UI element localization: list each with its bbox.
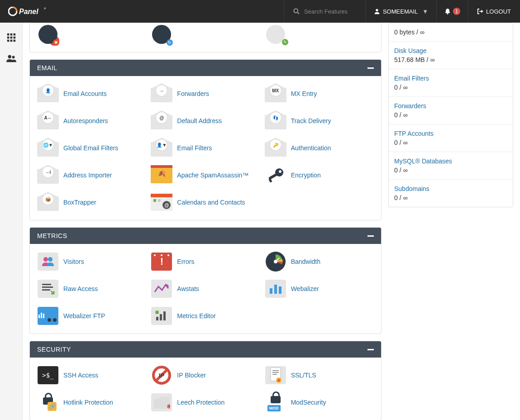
stat-row: FTP Accounts 0 / ∞ (389, 124, 513, 152)
security-item-icon: IP (151, 366, 172, 384)
prev-item[interactable]: ✎ (265, 23, 374, 46)
stat-label[interactable]: MySQL® Databases (394, 158, 507, 165)
svg-rect-12 (13, 37, 15, 39)
envelope-icon: A↔ (37, 115, 59, 129)
metrics-item-label: Metrics Editor (177, 312, 216, 320)
security-item[interactable]: 🔗 Hotlink Protection (37, 391, 146, 414)
panel-email-header[interactable]: EMAIL (30, 60, 381, 76)
email-item[interactable]: 👤 Email Accounts (37, 82, 146, 105)
security-item[interactable]: IP IP Blocker (151, 364, 260, 387)
metrics-item[interactable]: Bandwidth (265, 250, 374, 273)
svg-rect-14 (10, 40, 12, 42)
panel-email-body: 👤 Email Accounts → Forwarders MX MX Entr… (30, 76, 381, 220)
security-item-icon (265, 366, 286, 384)
email-item[interactable]: A↔ Autoresponders (37, 110, 146, 132)
svg-point-42 (155, 310, 159, 314)
topbar: Panel ® SOMEEMAIL ▼ 1 LOGOUT (0, 0, 520, 23)
metrics-item-icon (37, 307, 59, 325)
security-item[interactable]: SSL/TLS (265, 364, 374, 387)
svg-point-37 (48, 318, 51, 322)
metrics-item[interactable]: Webalizer FTP (37, 305, 146, 327)
envelope-icon: 📦 (37, 196, 59, 211)
svg-point-38 (53, 318, 57, 322)
panel-metrics-header[interactable]: METRICS (30, 228, 381, 244)
search-icon (293, 8, 300, 14)
email-item[interactable]: →i Address Importer (37, 164, 146, 186)
email-item-icon: MX (265, 85, 286, 103)
user-menu[interactable]: SOMEEMAIL ▼ (365, 0, 436, 23)
envelope-icon: 👣 (265, 115, 286, 129)
rail-users-button[interactable] (0, 48, 23, 69)
svg-rect-15 (13, 40, 15, 42)
metrics-item-icon (265, 280, 286, 298)
security-item-label: SSH Access (63, 372, 98, 379)
email-item[interactable]: 👣 Track Delivery (265, 110, 374, 132)
metrics-item[interactable]: Webalizer (265, 277, 374, 300)
logout-button[interactable]: LOGOUT (468, 0, 520, 23)
metrics-item-icon (151, 280, 172, 298)
metrics-item[interactable]: ! Errors (151, 250, 260, 273)
email-item[interactable]: 🌐▼ Global Email Filters (37, 137, 146, 159)
left-rail (0, 23, 23, 420)
svg-rect-34 (38, 315, 40, 318)
svg-rect-28 (42, 286, 53, 288)
svg-rect-32 (279, 286, 281, 294)
svg-rect-40 (160, 314, 162, 320)
rail-apps-button[interactable] (0, 27, 23, 48)
stat-label[interactable]: Subdomains (394, 185, 507, 192)
stat-value: 0 bytes / ∞ (394, 29, 507, 36)
email-item[interactable]: @ Default Address (151, 110, 260, 132)
email-item[interactable]: 🍂 Apache SpamAssassin™ (151, 164, 260, 186)
metrics-item-label: Webalizer (291, 285, 319, 292)
notifications-button[interactable]: 1 (436, 0, 468, 23)
email-item[interactable]: 🔑 Authentication (265, 137, 374, 159)
security-item[interactable]: MOD ModSecurity (265, 391, 374, 414)
svg-line-4 (298, 13, 300, 14)
email-item[interactable]: 📦 BoxTrapper (37, 191, 146, 214)
main-left-column: ✖ ↻ ✎ EMAIL (29, 23, 382, 420)
email-item[interactable]: MX MX Entry (265, 82, 374, 105)
panel-security-header[interactable]: SECURITY (30, 341, 381, 358)
metrics-item[interactable]: Metrics Editor (151, 305, 260, 327)
svg-rect-39 (156, 317, 158, 320)
envelope-icon: 👤▼ (151, 142, 172, 157)
svg-rect-21 (268, 178, 272, 182)
svg-text:IP: IP (159, 372, 165, 379)
email-item-icon: 🌐▼ (37, 139, 59, 157)
stat-label[interactable]: FTP Accounts (394, 130, 507, 137)
svg-point-23 (48, 257, 52, 262)
metrics-item[interactable]: Raw Access (37, 277, 146, 300)
search-input[interactable] (304, 8, 358, 15)
caret-down-icon: ▼ (422, 8, 428, 15)
prev-item-icon: ✎ (265, 25, 286, 43)
email-item[interactable]: → Forwarders (151, 82, 260, 105)
cpanel-logo[interactable]: Panel ® (0, 0, 54, 23)
stat-value: 0 / ∞ (394, 111, 507, 119)
stat-value: 0 / ∞ (394, 84, 507, 91)
security-item-label: SSL/TLS (291, 372, 316, 379)
email-item[interactable]: Encryption (265, 164, 374, 186)
stat-label[interactable]: Forwarders (394, 102, 507, 110)
collapse-icon (367, 349, 374, 350)
metrics-item[interactable]: Visitors (37, 250, 146, 273)
envelope-icon: MX (265, 88, 286, 102)
metrics-item-label: Errors (177, 258, 194, 265)
metrics-item-icon: ! (151, 253, 172, 271)
prev-item[interactable]: ✖ (37, 23, 146, 46)
svg-point-22 (43, 257, 48, 262)
stat-label[interactable]: Disk Usage (394, 47, 507, 54)
metrics-item-label: Webalizer FTP (63, 312, 105, 320)
panel-metrics-body: Visitors ! Errors Bandwidth Raw Access A… (30, 244, 381, 334)
email-item[interactable]: 👤▼ Email Filters (151, 137, 260, 159)
metrics-item[interactable]: Awstats (151, 277, 260, 300)
stat-label[interactable]: Email Filters (394, 75, 507, 82)
metrics-item-label: Visitors (63, 258, 84, 265)
user-label: SOMEEMAIL (383, 8, 418, 15)
panel-previous-body: ✖ ↻ ✎ (30, 23, 381, 52)
email-item[interactable]: @ Calendars and Contacts (151, 191, 260, 214)
prev-item[interactable]: ↻ (151, 23, 260, 46)
security-item[interactable]: >$_ SSH Access (37, 364, 146, 387)
stat-value: 0 / ∞ (394, 167, 507, 174)
email-item-icon: 📦 (37, 193, 59, 211)
security-item[interactable]: ✱ Leech Protection (151, 391, 260, 414)
